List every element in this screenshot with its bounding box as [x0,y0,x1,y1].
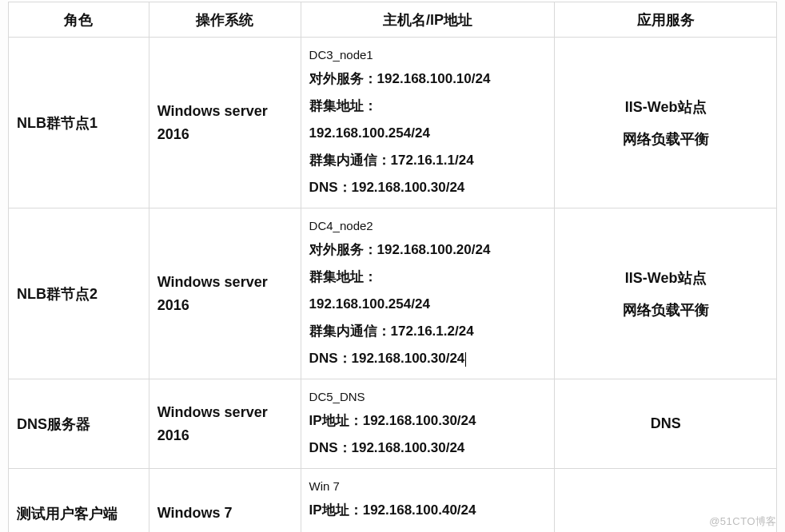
svc-line: DNS [563,415,768,432]
cell-role: DNS服务器 [9,379,149,469]
os-line: Windows 7 [157,502,293,525]
table-row: DNS服务器Windows server2016DC5_DNSIP地址：192.… [9,379,777,469]
cell-os: Windows server2016 [149,208,301,379]
os-line: 2016 [157,123,293,146]
header-svc: 应用服务 [555,2,777,38]
host-line: IP地址：192.168.100.30/24 [309,407,547,435]
cell-svc: IIS-Web站点网络负载平衡 [555,38,777,208]
cell-svc: IIS-Web站点网络负载平衡 [555,208,777,379]
cell-os: Windows server2016 [149,38,301,208]
host-name: Win 7 [309,475,547,497]
host-line: IP地址：192.168.100.40/24 [309,497,547,524]
host-line: DNS：192.168.100.30/24 [309,435,547,462]
host-line: DNS：192.168.100.30/24 [309,345,547,372]
cell-role: 测试用户客户端 [9,469,149,533]
host-name: DC3_node1 [309,44,547,66]
host-line: 对外服务：192.168.100.20/24 [309,236,547,264]
cell-host: DC4_node2对外服务：192.168.100.20/24群集地址：192.… [301,208,555,379]
host-line: 群集内通信：172.16.1.2/24 [309,318,547,345]
svc-line: 网络负载平衡 [563,129,768,149]
host-name: DC5_DNS [309,386,547,407]
cell-host: DC3_node1对外服务：192.168.100.10/24群集地址：192.… [301,38,555,208]
svc-line: IIS-Web站点 [563,97,768,117]
header-role: 角色 [9,2,149,38]
svc-line: IIS-Web站点 [563,268,768,288]
host-line: 对外服务：192.168.100.10/24 [309,66,547,93]
table-body: NLB群节点1Windows server2016DC3_node1对外服务：1… [9,38,777,533]
cell-os: Windows 7 [149,469,301,533]
host-name: DC4_node2 [309,215,547,236]
host-line: 群集地址： [309,93,547,120]
os-line: Windows server [157,100,293,123]
os-line: 2016 [157,424,293,447]
header-os: 操作系统 [149,2,301,38]
table-row: NLB群节点1Windows server2016DC3_node1对外服务：1… [9,38,777,208]
cell-host: Win 7IP地址：192.168.100.40/24DNS：192.168.1… [301,469,555,533]
host-line: 群集地址： [309,264,547,291]
host-line: DNS：192.168.100.30/24 [309,174,547,201]
os-line: 2016 [157,294,293,317]
cell-os: Windows server2016 [149,379,301,469]
host-line: DNS：192.168.100.30/24 [309,524,547,532]
table-header: 角色 操作系统 主机名/IP地址 应用服务 [9,2,777,38]
cell-role: NLB群节点2 [9,208,149,379]
cell-host: DC5_DNSIP地址：192.168.100.30/24DNS：192.168… [301,379,555,469]
cell-role: NLB群节点1 [9,38,149,208]
os-line: Windows server [157,401,293,424]
config-table: 角色 操作系统 主机名/IP地址 应用服务 NLB群节点1Windows ser… [8,2,777,532]
os-line: Windows server [157,271,293,294]
cell-svc: DNS [555,379,777,469]
watermark: @51CTO博客 [709,514,777,529]
header-host: 主机名/IP地址 [301,2,555,38]
table-row: 测试用户客户端Windows 7Win 7IP地址：192.168.100.40… [9,469,777,533]
host-line: 群集内通信：172.16.1.1/24 [309,147,547,174]
host-line: 192.168.100.254/24 [309,291,547,318]
text-cursor [465,352,466,367]
host-line: 192.168.100.254/24 [309,120,547,147]
table-row: NLB群节点2Windows server2016DC4_node2对外服务：1… [9,208,777,379]
svc-line: 网络负载平衡 [563,300,768,320]
